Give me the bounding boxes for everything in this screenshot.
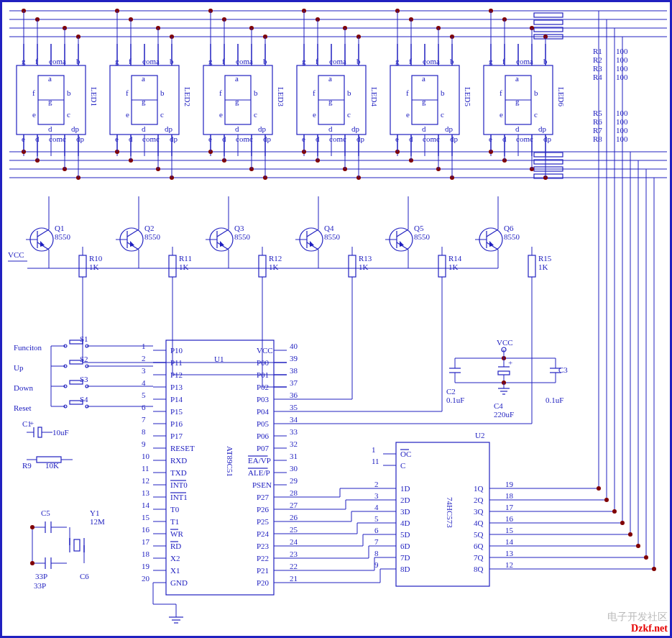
svg-marker-267 xyxy=(310,241,314,247)
base-res-R10: R101K xyxy=(79,247,103,291)
svg-text:4Q: 4Q xyxy=(474,519,484,527)
svg-text:b: b xyxy=(347,88,351,97)
svg-text:1K: 1K xyxy=(359,263,369,271)
svg-rect-11 xyxy=(534,20,563,24)
svg-text:R8: R8 xyxy=(593,135,602,143)
svg-text:com: com xyxy=(236,135,249,143)
svg-text:b: b xyxy=(441,88,445,97)
svg-text:INT1: INT1 xyxy=(170,493,188,501)
svg-text:R3: R3 xyxy=(593,64,602,73)
svg-text:d: d xyxy=(422,124,426,133)
svg-text:1: 1 xyxy=(372,445,376,454)
transistor-row: Q18550R101KQ28550R111KQ38550R121KQ48550R… xyxy=(26,196,552,291)
svg-text:INT0: INT0 xyxy=(170,480,188,489)
button-label-S2: Up xyxy=(14,363,24,372)
latch-output-bus xyxy=(502,11,656,571)
svg-text:Y1: Y1 xyxy=(90,509,99,517)
svg-text:a: a xyxy=(515,74,519,83)
svg-text:1K: 1K xyxy=(448,263,459,271)
gnd-symbol xyxy=(169,604,183,623)
svg-text:RXD: RXD xyxy=(170,456,187,465)
svg-text:d: d xyxy=(515,124,520,133)
svg-marker-282 xyxy=(400,241,404,247)
button-S3: S3Down xyxy=(14,375,153,392)
svg-text:16: 16 xyxy=(142,525,150,534)
svg-text:2: 2 xyxy=(374,480,379,488)
svg-text:R4: R4 xyxy=(593,73,602,81)
svg-text:GND: GND xyxy=(170,578,188,587)
svg-text:11: 11 xyxy=(372,457,379,465)
svg-text:f: f xyxy=(406,88,409,97)
u2-ref: U2 xyxy=(475,431,484,439)
svg-text:g: g xyxy=(328,97,333,106)
svg-text:34: 34 xyxy=(290,415,298,424)
svg-text:12: 12 xyxy=(142,476,149,485)
svg-rect-288 xyxy=(438,255,446,277)
svg-text:21: 21 xyxy=(290,574,298,583)
display-ref-LED4: LED4 xyxy=(370,87,379,106)
svg-text:R10: R10 xyxy=(89,254,103,263)
svg-rect-303 xyxy=(528,255,535,277)
svg-text:C6: C6 xyxy=(80,572,89,580)
r9-val: 10K xyxy=(45,461,59,470)
svg-text:T1: T1 xyxy=(170,517,179,526)
svg-text:8550: 8550 xyxy=(55,232,71,241)
svg-text:1K: 1K xyxy=(89,263,99,271)
svg-text:P07: P07 xyxy=(257,444,270,452)
svg-text:dp: dp xyxy=(71,124,80,133)
svg-text:a: a xyxy=(328,74,332,83)
svg-text:dp: dp xyxy=(445,124,454,133)
svg-text:g: g xyxy=(422,97,426,106)
u1-part: AT89C51 xyxy=(226,446,234,477)
u1-mcu: U1AT89C511P102P113P124P135P146P157P168P1… xyxy=(142,340,298,595)
svg-text:d: d xyxy=(48,124,52,133)
svg-text:6Q: 6Q xyxy=(474,542,484,550)
svg-text:19: 19 xyxy=(505,480,514,488)
svg-line-295 xyxy=(487,229,498,237)
svg-text:R6: R6 xyxy=(593,117,602,126)
svg-text:17: 17 xyxy=(505,503,514,511)
svg-text:11: 11 xyxy=(142,464,149,473)
svg-text:S3: S3 xyxy=(80,375,88,383)
resistor-pack-mid: R5100R6100R7100R8100 xyxy=(534,109,628,178)
svg-text:dp: dp xyxy=(450,135,459,143)
svg-text:f: f xyxy=(500,88,502,97)
schematic-frame: R1100R2100R3100R4100 R5100R6100R7100R810… xyxy=(0,0,672,638)
svg-text:dp: dp xyxy=(258,124,267,133)
svg-text:C: C xyxy=(400,461,405,470)
svg-text:e: e xyxy=(126,110,129,119)
svg-text:P06: P06 xyxy=(257,432,270,440)
svg-text:WR: WR xyxy=(170,529,183,538)
svg-text:22: 22 xyxy=(290,562,298,570)
display-ref-LED6: LED6 xyxy=(557,87,566,106)
base-res-R13: R131K xyxy=(349,247,372,291)
svg-text:2: 2 xyxy=(142,354,146,363)
transistor-Q3: Q38550 xyxy=(206,196,251,268)
svg-text:29: 29 xyxy=(290,476,298,485)
svg-text:e: e xyxy=(219,110,223,119)
svg-rect-340 xyxy=(38,427,42,437)
svg-marker-297 xyxy=(489,241,494,247)
svg-text:dp: dp xyxy=(538,124,547,133)
watermark-domain: Dzkf.net xyxy=(607,623,668,634)
svg-text:Q2: Q2 xyxy=(144,224,154,232)
svg-text:37: 37 xyxy=(290,378,298,387)
svg-text:1D: 1D xyxy=(400,484,410,493)
watermark-cn: 电子开发社区 xyxy=(607,611,668,622)
svg-text:a: a xyxy=(142,74,145,83)
svg-text:c: c xyxy=(534,110,538,119)
svg-marker-222 xyxy=(40,241,45,247)
svg-text:3Q: 3Q xyxy=(474,507,484,516)
svg-point-607 xyxy=(652,567,656,571)
resistor-pack-top: R1100R2100R3100R4100 xyxy=(534,13,628,81)
svg-text:C2: C2 xyxy=(446,387,456,396)
svg-text:e: e xyxy=(313,110,316,119)
svg-text:P16: P16 xyxy=(170,419,183,428)
svg-text:14: 14 xyxy=(142,501,150,509)
svg-text:e: e xyxy=(406,110,410,119)
svg-line-280 xyxy=(397,229,408,237)
svg-text:c: c xyxy=(254,110,257,119)
svg-text:18: 18 xyxy=(505,491,514,500)
svg-text:dp: dp xyxy=(543,135,552,143)
svg-text:R2: R2 xyxy=(593,55,602,64)
